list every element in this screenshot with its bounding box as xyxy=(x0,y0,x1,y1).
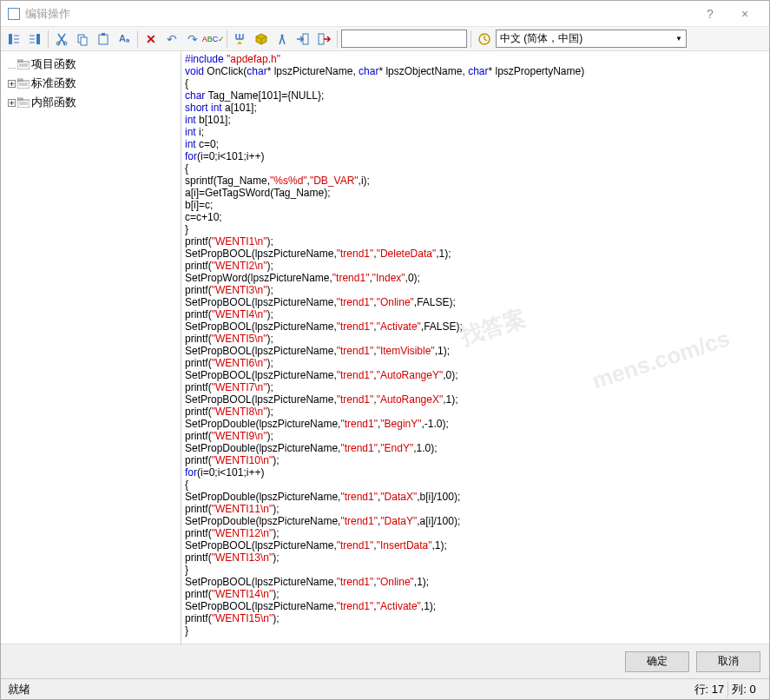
tree-item-label: 标准函数 xyxy=(31,76,76,91)
svg-rect-7 xyxy=(102,33,105,36)
svg-rect-16 xyxy=(17,79,23,81)
status-separator xyxy=(727,682,728,697)
export-icon[interactable] xyxy=(314,30,333,49)
folder-icon xyxy=(17,97,30,108)
folder-icon xyxy=(17,78,30,89)
tree-item[interactable]: 项目函数 xyxy=(1,55,181,74)
tree-item[interactable]: 内部函数 xyxy=(1,93,181,112)
function-tree: 项目函数标准函数内部函数 xyxy=(1,51,181,644)
status-line-label: 行: xyxy=(694,682,709,697)
main-area: 项目函数标准函数内部函数 找答案 mens.com/cs #include "a… xyxy=(1,51,769,644)
import-icon[interactable] xyxy=(293,30,313,49)
cancel-button[interactable]: 取消 xyxy=(696,651,760,672)
compass-icon[interactable] xyxy=(273,30,292,49)
close-button[interactable]: × xyxy=(727,7,762,21)
svg-rect-5 xyxy=(81,37,87,45)
redo-icon[interactable]: ↷ xyxy=(183,30,202,49)
tree-item-label: 内部函数 xyxy=(31,95,76,110)
svg-rect-10 xyxy=(319,34,324,44)
svg-rect-12 xyxy=(17,62,30,69)
ok-button[interactable]: 确定 xyxy=(625,651,689,672)
status-col-label: 列: xyxy=(732,682,747,697)
help-button[interactable]: ? xyxy=(693,7,727,21)
folder-icon xyxy=(17,59,30,69)
toolbar-button-1[interactable] xyxy=(4,30,23,49)
svg-rect-0 xyxy=(9,34,12,44)
case-icon[interactable]: Aₐ xyxy=(115,30,134,49)
toolbar-separator xyxy=(48,30,49,48)
expand-icon[interactable] xyxy=(8,96,16,109)
delete-icon[interactable]: ✕ xyxy=(141,30,161,49)
code-editor[interactable]: 找答案 mens.com/cs #include "apdefap.h"void… xyxy=(181,51,769,644)
abc-check-icon[interactable]: ABC✓ xyxy=(204,30,223,49)
svg-rect-18 xyxy=(17,100,30,108)
tree-item[interactable]: 标准函数 xyxy=(1,74,181,93)
svg-rect-13 xyxy=(17,60,23,62)
status-line-value: 17 xyxy=(712,683,724,696)
language-selector[interactable]: 中文 (简体，中国) ▼ xyxy=(496,30,687,48)
toolbar-input[interactable] xyxy=(341,30,467,48)
svg-rect-15 xyxy=(17,81,30,89)
expand-icon[interactable] xyxy=(8,77,16,90)
copy-icon[interactable] xyxy=(73,30,92,49)
language-label: 中文 (简体，中国) xyxy=(500,31,582,46)
toolbar-separator xyxy=(471,30,471,48)
bookmark-icon[interactable] xyxy=(231,30,250,49)
window-title: 编辑操作 xyxy=(25,6,693,22)
svg-rect-1 xyxy=(36,34,40,44)
titlebar: 编辑操作 ? × xyxy=(1,1,769,27)
statusbar: 就绪 行: 17 列: 0 xyxy=(1,678,769,699)
toolbar-separator xyxy=(137,30,138,48)
clock-icon[interactable] xyxy=(475,30,494,49)
cut-icon[interactable] xyxy=(52,30,71,49)
status-ready: 就绪 xyxy=(8,682,694,697)
toolbar: Aₐ ✕ ↶ ↷ ABC✓ 中文 (简体，中国) ▼ xyxy=(1,27,769,51)
app-icon xyxy=(8,8,20,20)
expand-icon[interactable] xyxy=(8,58,16,71)
toolbar-separator xyxy=(227,30,227,48)
paste-icon[interactable] xyxy=(94,30,113,49)
dropdown-arrow-icon: ▼ xyxy=(675,35,682,43)
svg-rect-6 xyxy=(99,35,108,44)
tree-item-label: 项目函数 xyxy=(31,56,76,72)
cube-icon[interactable] xyxy=(252,30,271,49)
undo-icon[interactable]: ↶ xyxy=(162,30,181,49)
svg-rect-19 xyxy=(17,98,23,100)
button-bar: 确定 取消 xyxy=(1,644,769,678)
code-area[interactable]: #include "apdefap.h"void OnClick(char* l… xyxy=(181,51,769,644)
toolbar-separator xyxy=(337,30,338,48)
status-col-value: 0 xyxy=(750,683,756,696)
toolbar-button-2[interactable] xyxy=(25,30,44,49)
